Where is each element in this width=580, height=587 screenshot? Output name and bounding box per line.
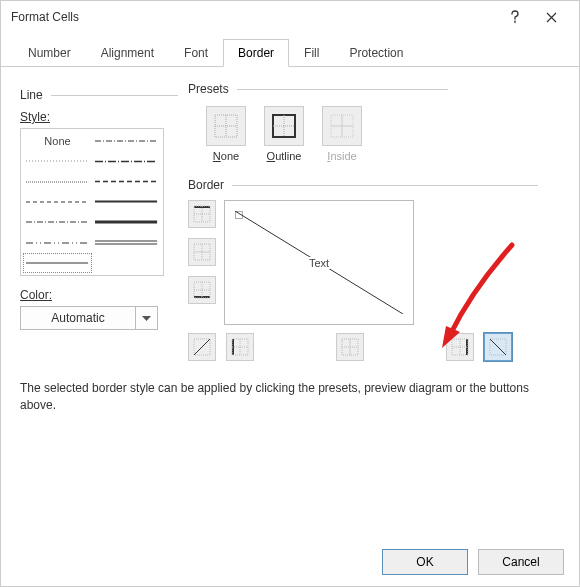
border-middle-h-button[interactable]: [188, 238, 216, 266]
svg-line-35: [194, 339, 210, 355]
divider: [232, 185, 538, 186]
tab-protection[interactable]: Protection: [334, 39, 418, 66]
border-diag-down-button[interactable]: [484, 333, 512, 361]
tab-fill[interactable]: Fill: [289, 39, 334, 66]
svg-line-48: [490, 339, 506, 355]
divider: [237, 89, 448, 90]
tab-border[interactable]: Border: [223, 39, 289, 67]
border-left-button[interactable]: [226, 333, 254, 361]
border-diag-up-button[interactable]: [188, 333, 216, 361]
line-group-label: Line: [20, 88, 43, 102]
line-style-option[interactable]: [23, 212, 92, 232]
hint-text: The selected border style can be applied…: [20, 380, 550, 414]
line-style-picker[interactable]: None: [20, 128, 164, 276]
border-preview[interactable]: Text: [224, 200, 414, 325]
line-style-option[interactable]: [92, 192, 161, 212]
border-bottom-button[interactable]: [188, 276, 216, 304]
chevron-down-icon: [135, 307, 157, 329]
line-style-option-selected[interactable]: [23, 253, 92, 273]
border-right-button[interactable]: [446, 333, 474, 361]
line-style-option[interactable]: [92, 131, 161, 151]
line-style-option[interactable]: [92, 151, 161, 171]
line-group: Line Style: None Color: Automatic: [20, 88, 178, 330]
help-icon[interactable]: [497, 3, 533, 31]
line-style-option[interactable]: [92, 212, 161, 232]
line-style-option[interactable]: [92, 172, 161, 192]
preset-inside-button[interactable]: [322, 106, 362, 146]
border-middle-v-button[interactable]: [336, 333, 364, 361]
preview-text: Text: [305, 257, 333, 269]
presets-group-label: Presets: [188, 82, 229, 96]
tab-number[interactable]: Number: [13, 39, 86, 66]
border-group-label: Border: [188, 178, 224, 192]
line-style-option[interactable]: [23, 172, 92, 192]
preset-outline-button[interactable]: [264, 106, 304, 146]
line-style-option[interactable]: [92, 253, 161, 273]
color-value: Automatic: [21, 311, 135, 325]
tab-font[interactable]: Font: [169, 39, 223, 66]
close-icon[interactable]: [533, 3, 569, 31]
tab-bar: Number Alignment Font Border Fill Protec…: [1, 39, 579, 67]
line-style-option[interactable]: [92, 232, 161, 252]
cancel-button[interactable]: Cancel: [478, 549, 564, 575]
border-top-button[interactable]: [188, 200, 216, 228]
preset-none-label: None: [213, 150, 239, 162]
line-style-none[interactable]: None: [23, 131, 92, 151]
preset-none-button[interactable]: [206, 106, 246, 146]
divider: [51, 95, 178, 96]
presets-group: Presets None Outline Inside: [188, 82, 448, 162]
line-style-option[interactable]: [23, 232, 92, 252]
preset-outline-label: Outline: [267, 150, 302, 162]
color-label: Color:: [20, 288, 52, 302]
ok-button[interactable]: OK: [382, 549, 468, 575]
line-style-option[interactable]: [23, 192, 92, 212]
titlebar: Format Cells: [1, 1, 579, 33]
dialog-title: Format Cells: [11, 10, 497, 24]
preset-inside-label: Inside: [327, 150, 356, 162]
tab-alignment[interactable]: Alignment: [86, 39, 169, 66]
border-group: Border Text: [188, 178, 538, 361]
style-label: Style:: [20, 110, 178, 124]
color-dropdown[interactable]: Automatic: [20, 306, 158, 330]
line-style-option[interactable]: [23, 151, 92, 171]
